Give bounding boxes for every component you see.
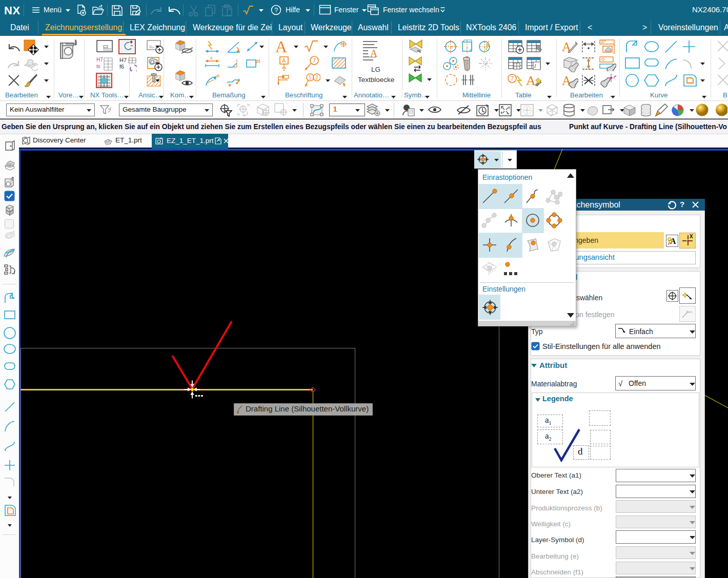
svg-text:X: X: [690, 234, 693, 239]
